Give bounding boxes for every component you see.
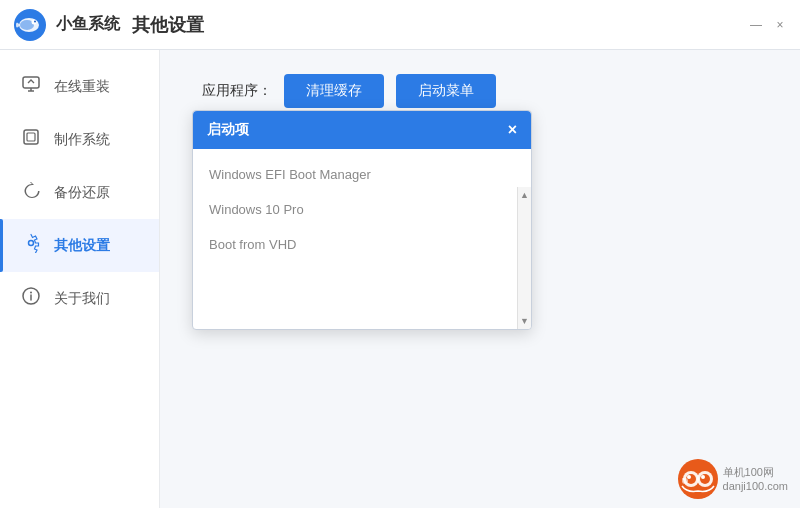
sidebar-label-online-reinstall: 在线重装 [54, 78, 110, 96]
brand-logo-icon [677, 458, 719, 500]
startup-modal: 启动项 × Windows EFI Boot Manager Windows 1… [192, 110, 532, 330]
startup-list: Windows EFI Boot Manager Windows 10 Pro … [193, 149, 531, 329]
window: 小鱼系统 其他设置 — × 在线重装 制作系统 [0, 0, 800, 508]
make-system-icon [20, 127, 42, 152]
title-bar: 小鱼系统 其他设置 — × [0, 0, 800, 50]
startup-item-1[interactable]: Windows 10 Pro [193, 192, 531, 227]
sidebar-label-other-settings: 其他设置 [54, 237, 110, 255]
sidebar-item-make-system[interactable]: 制作系统 [0, 113, 159, 166]
app-label: 应用程序： [192, 82, 272, 100]
app-settings-row: 应用程序： 清理缓存 启动菜单 [192, 74, 768, 108]
startup-menu-button[interactable]: 启动菜单 [396, 74, 496, 108]
startup-modal-title: 启动项 [207, 121, 249, 139]
startup-modal-header: 启动项 × [193, 111, 531, 149]
sidebar-label-make-system: 制作系统 [54, 131, 110, 149]
brand-name: 单机100网 [723, 465, 788, 479]
close-button[interactable]: × [772, 17, 788, 33]
startup-item-0[interactable]: Windows EFI Boot Manager [193, 157, 531, 192]
svg-point-18 [700, 474, 710, 484]
svg-point-10 [29, 241, 34, 246]
sidebar-label-about-us: 关于我们 [54, 290, 110, 308]
svg-rect-9 [27, 133, 35, 141]
svg-point-13 [30, 292, 32, 294]
sidebar-item-online-reinstall[interactable]: 在线重装 [0, 60, 159, 113]
window-controls: — × [748, 17, 788, 33]
svg-rect-8 [24, 130, 38, 144]
about-us-icon [20, 286, 42, 311]
scroll-up-arrow[interactable]: ▲ [519, 189, 531, 201]
startup-item-2[interactable]: Boot from VHD [193, 227, 531, 262]
logo-area: 小鱼系统 [12, 7, 120, 43]
content-area: 应用程序： 清理缓存 启动菜单 工作目录： 目录 启动项 × [160, 50, 800, 508]
svg-point-19 [687, 475, 691, 479]
modal-scrollbar[interactable]: ▲ ▼ [517, 187, 531, 329]
sidebar-item-other-settings[interactable]: 其他设置 [0, 219, 159, 272]
backup-restore-icon [20, 180, 42, 205]
svg-point-4 [34, 20, 36, 22]
brand-text: 单机100网 danji100.com [723, 465, 788, 494]
section-title: 其他设置 [132, 13, 204, 37]
svg-point-20 [701, 475, 705, 479]
minimize-button[interactable]: — [748, 17, 764, 33]
clear-cache-button[interactable]: 清理缓存 [284, 74, 384, 108]
main-area: 在线重装 制作系统 备份还原 其他设置 [0, 50, 800, 508]
app-name: 小鱼系统 [56, 14, 120, 35]
sidebar-item-about-us[interactable]: 关于我们 [0, 272, 159, 325]
brand-url: danji100.com [723, 479, 788, 493]
app-logo [12, 7, 48, 43]
online-reinstall-icon [20, 74, 42, 99]
other-settings-icon [20, 233, 42, 258]
sidebar: 在线重装 制作系统 备份还原 其他设置 [0, 50, 160, 508]
bottom-brand: 单机100网 danji100.com [677, 458, 788, 500]
scroll-down-arrow[interactable]: ▼ [519, 315, 531, 327]
startup-modal-close[interactable]: × [508, 122, 517, 138]
svg-rect-5 [23, 77, 39, 88]
sidebar-label-backup-restore: 备份还原 [54, 184, 110, 202]
sidebar-item-backup-restore[interactable]: 备份还原 [0, 166, 159, 219]
